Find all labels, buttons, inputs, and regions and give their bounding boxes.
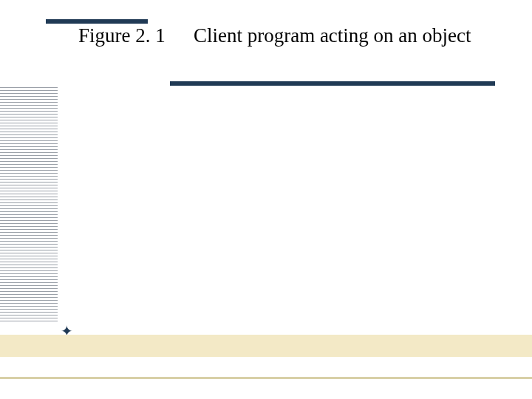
title-underline-rule	[170, 81, 495, 86]
slide-title: Figure 2. 1 Client program acting on an …	[78, 24, 492, 47]
figure-number: Figure 2. 1	[78, 24, 176, 47]
bottom-floor-line	[0, 377, 532, 379]
left-margin-lines	[0, 87, 58, 331]
figure-caption: Client program acting on an object	[181, 24, 484, 47]
bottom-decor-band	[0, 335, 532, 357]
